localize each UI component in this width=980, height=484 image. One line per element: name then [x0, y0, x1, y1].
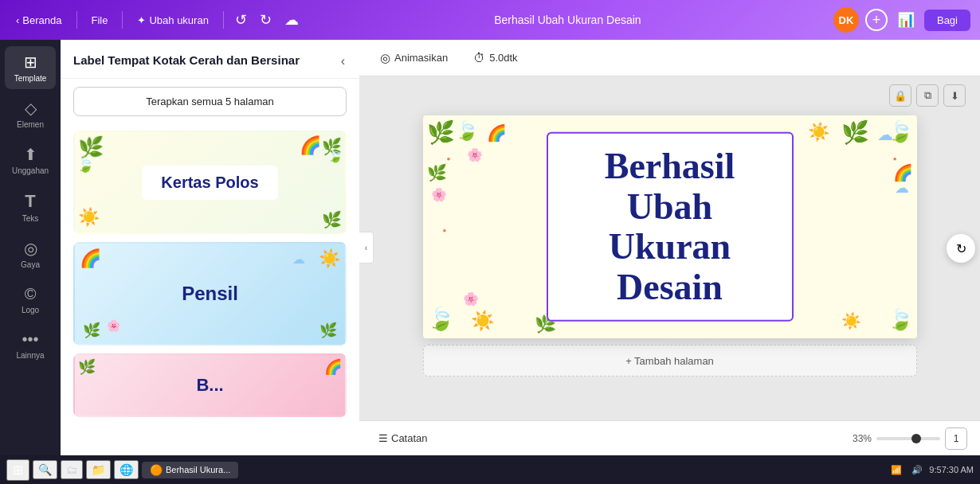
canvas-title-line1: Berhasil Ubah: [570, 146, 770, 227]
teks-icon: T: [25, 191, 35, 212]
network-icon: 📶: [888, 463, 905, 477]
design-title: Berhasil Ubah Ukuran Desain: [308, 14, 827, 26]
zoom-percent: 33%: [853, 433, 872, 444]
taskbar-right: 📶 🔊 9:57:30 AM: [888, 463, 974, 477]
file-label: File: [92, 14, 108, 26]
redo-button[interactable]: ↻: [257, 8, 275, 32]
duration-button[interactable]: ⏱ 5.0dtk: [465, 47, 525, 68]
gaya-label: Gaya: [21, 260, 40, 269]
back-label: Beranda: [22, 14, 61, 26]
template-label: Template: [14, 74, 47, 83]
bottom-bar: ☰ Catatan ▲ 33% 1: [359, 420, 980, 455]
unggahan-label: Unggahan: [12, 166, 49, 175]
lainnya-icon: •••: [22, 330, 38, 349]
canvas-action-icons: 🔒 ⧉ ⬇: [889, 84, 966, 107]
panel-hide-toggle[interactable]: ‹: [359, 232, 374, 263]
apply-all-button[interactable]: Terapkan semua 5 halaman: [73, 87, 347, 116]
template-list: 🌿 🌈 🌿 ☀️ 🌿 🍃 🍃 Kertas Polos 🌈 ☀️ 🌿 🌿 ☁ 🌸…: [61, 124, 359, 455]
add-page-label: + Tambah halaman: [625, 355, 714, 367]
canvas-area: ‹ ◎ Animasikan ⏱ 5.0dtk 🔒 ⧉ ⬇ ↻: [359, 40, 980, 455]
canvas-title-line2: Ukuran Desain: [570, 227, 770, 307]
sidebar-item-gaya[interactable]: ◎ Gaya: [5, 232, 56, 275]
canva-app-label: Berhasil Ukura...: [166, 465, 230, 474]
template-card-3[interactable]: 🌿 🌈 B...: [73, 353, 347, 417]
add-page-button[interactable]: + Tambah halaman: [423, 345, 917, 377]
animate-label: Animasikan: [394, 52, 448, 64]
chart-button[interactable]: 📊: [894, 8, 918, 32]
canvas-download-button[interactable]: ⬇: [943, 84, 966, 107]
page-number: 1: [954, 433, 959, 444]
resize-icon: ✦: [137, 14, 146, 26]
back-button[interactable]: ‹ Beranda: [10, 11, 69, 29]
main-area: ⊞ Template ◇ Elemen ⬆ Unggahan T Teks ◎ …: [0, 40, 980, 455]
undo-button[interactable]: ↺: [232, 8, 250, 32]
logo-icon: ©: [25, 285, 37, 303]
lainnya-label: Lainnya: [16, 351, 44, 360]
canvas-lock-button[interactable]: 🔒: [889, 84, 911, 107]
nav-divider-2: [122, 11, 123, 29]
template-1-label: Kertas Polos: [142, 166, 277, 200]
page-indicator: 1: [945, 427, 967, 450]
sidebar-item-template[interactable]: ⊞ Template: [5, 46, 56, 89]
notes-button[interactable]: ☰ Catatan: [372, 429, 434, 447]
share-button[interactable]: Bagi: [924, 10, 970, 31]
edge-button[interactable]: 🌐: [114, 460, 139, 479]
nav-divider-3: [223, 11, 224, 29]
gaya-icon: ◎: [24, 239, 37, 258]
refresh-button[interactable]: ↻: [947, 234, 975, 263]
taskview-button[interactable]: 🗂: [61, 460, 83, 479]
windows-taskbar: ⊞ 🔍 🗂 📁 🌐 🟠 Berhasil Ukura... 📶 🔊 9:57:3…: [0, 455, 980, 484]
canvas-copy-button[interactable]: ⧉: [916, 84, 939, 107]
zoom-area: 33% 1: [853, 427, 967, 450]
duration-label: 5.0dtk: [489, 52, 517, 64]
duration-icon: ⏱: [473, 51, 485, 64]
resize-label: Ubah ukuran: [149, 14, 208, 26]
back-icon: ‹: [16, 14, 19, 26]
cloud-save-button[interactable]: ☁: [281, 8, 302, 32]
top-navbar: ‹ Beranda File ✦ Ubah ukuran ↺ ↻ ☁ Berha…: [0, 0, 980, 40]
template-card-1[interactable]: 🌿 🌈 🌿 ☀️ 🌿 🍃 🍃 Kertas Polos: [73, 131, 347, 234]
teks-label: Teks: [22, 214, 39, 223]
design-canvas[interactable]: 🌿 🍃 🌿 🍃 🌈 ☀️ ☁ ☁ 🍃 ☀️ 🌿 🍃 ☀️ 🌿 🌈 🌸: [423, 115, 917, 338]
sidebar-item-logo[interactable]: © Logo: [5, 279, 56, 321]
canvas-toolbar: ◎ Animasikan ⏱ 5.0dtk: [359, 40, 980, 76]
sidebar-item-unggahan[interactable]: ⬆ Unggahan: [5, 139, 56, 182]
elemen-icon: ◇: [25, 99, 37, 118]
system-time: 9:57:30 AM: [929, 465, 974, 474]
unggahan-icon: ⬆: [24, 145, 37, 164]
animate-icon: ◎: [380, 51, 390, 65]
nav-right-area: DK + 📊 Bagi: [833, 7, 970, 33]
sidebar-item-lainnya[interactable]: ••• Lainnya: [5, 324, 56, 366]
panel-collapse-button[interactable]: ‹: [339, 53, 347, 70]
explorer-button[interactable]: 📁: [86, 460, 111, 479]
template-card-2[interactable]: 🌈 ☀️ 🌿 🌿 ☁ 🌸 Pensil: [73, 242, 347, 345]
avatar[interactable]: DK: [833, 7, 859, 33]
add-collaborator-button[interactable]: +: [865, 9, 888, 31]
sidebar-item-elemen[interactable]: ◇ Elemen: [5, 92, 56, 135]
volume-icon: 🔊: [908, 463, 926, 477]
elemen-label: Elemen: [17, 120, 44, 129]
nav-divider-1: [76, 11, 77, 29]
canvas-stack: 🌿 🍃 🌿 🍃 🌈 ☀️ ☁ ☁ 🍃 ☀️ 🌿 🍃 ☀️ 🌿 🌈 🌸: [399, 115, 941, 381]
logo-label: Logo: [22, 306, 39, 314]
start-button[interactable]: ⊞: [6, 459, 29, 481]
canva-taskbar-app[interactable]: 🟠 Berhasil Ukura...: [142, 462, 238, 478]
search-taskbar-button[interactable]: 🔍: [33, 460, 57, 479]
animate-button[interactable]: ◎ Animasikan: [372, 47, 456, 69]
template-icon: ⊞: [24, 53, 37, 72]
file-button[interactable]: File: [85, 11, 115, 29]
zoom-thumb: [911, 434, 921, 443]
sidebar-item-teks[interactable]: T Teks: [5, 185, 56, 229]
panel-header: Label Tempat Kotak Cerah dan Bersinar ‹: [61, 40, 359, 79]
zoom-slider[interactable]: [876, 437, 940, 440]
template-2-label: Pensil: [182, 283, 238, 305]
canvas-wrapper: 🔒 ⧉ ⬇ ↻ 🌿 🍃 🌿 🍃 🌈 ☀️ ☁ ☁: [359, 76, 980, 420]
canvas-text-box[interactable]: Berhasil Ubah Ukuran Desain: [547, 132, 794, 322]
template-3-label: B...: [196, 375, 223, 396]
canva-app-icon: 🟠: [150, 464, 163, 476]
template-panel: Label Tempat Kotak Cerah dan Bersinar ‹ …: [61, 40, 359, 455]
notes-icon: ☰: [378, 432, 388, 444]
left-sidebar: ⊞ Template ◇ Elemen ⬆ Unggahan T Teks ◎ …: [0, 40, 61, 455]
resize-button[interactable]: ✦ Ubah ukuran: [131, 11, 214, 29]
panel-title: Label Tempat Kotak Cerah dan Bersinar: [73, 53, 300, 68]
